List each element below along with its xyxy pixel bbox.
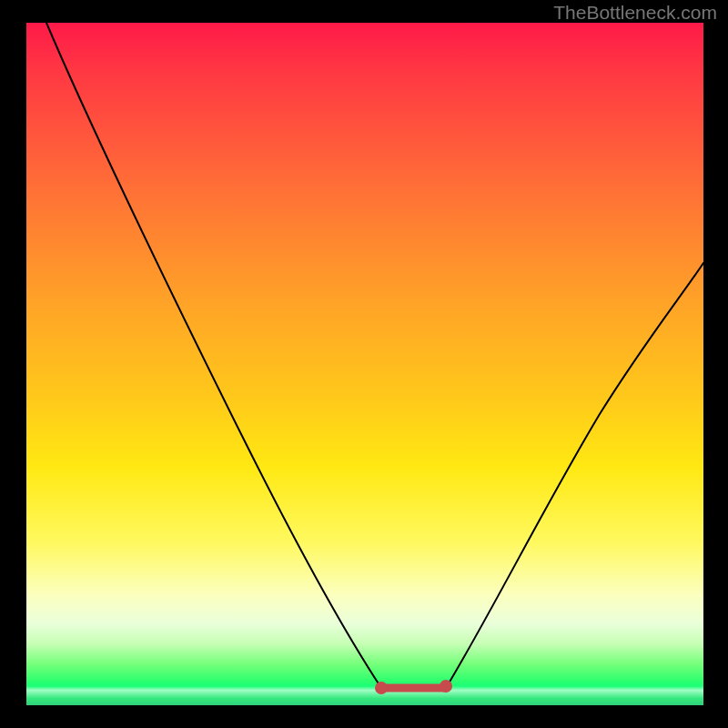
- flat-start-dot: [375, 682, 388, 694]
- flat-end-dot: [440, 680, 452, 693]
- watermark-label: TheBottleneck.com: [553, 2, 717, 24]
- plot-svg: [26, 23, 703, 705]
- right-curve: [446, 263, 703, 688]
- chart-canvas: TheBottleneck.com: [0, 0, 728, 728]
- left-curve: [46, 23, 381, 688]
